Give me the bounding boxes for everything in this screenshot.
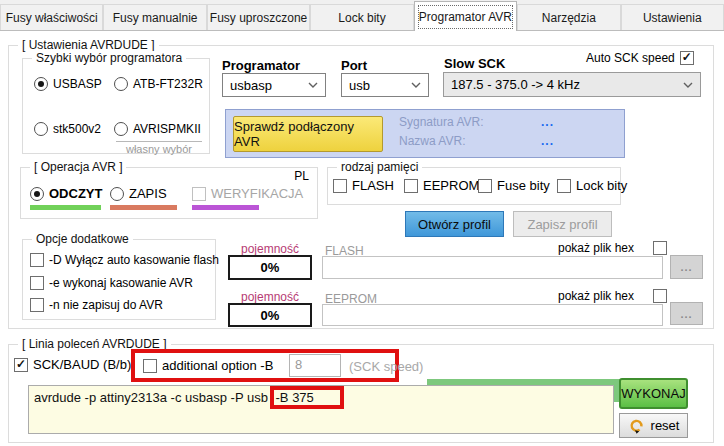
checkbox-label: EEPROM xyxy=(423,178,479,193)
checkbox-no-write[interactable]: -n nie zapisuj do AVR xyxy=(30,298,163,312)
checkbox-lock-bity[interactable]: Lock bity xyxy=(557,178,627,193)
tab-fusy-uproszczone[interactable]: Fusy uproszczone xyxy=(207,4,310,30)
programmer-label: Programator xyxy=(222,58,300,73)
checkbox-label: -n nie zapisuj do AVR xyxy=(49,298,163,312)
sck-speed-hint: (SCK speed) xyxy=(349,359,423,374)
flash-file-input[interactable] xyxy=(322,256,663,279)
radio-zapis[interactable]: ZAPIS xyxy=(110,186,167,201)
execute-button[interactable]: WYKONAJ xyxy=(619,378,688,409)
programmer-value: usbasp xyxy=(230,78,272,93)
checkbox-label: additional option -B xyxy=(162,358,273,373)
radio-avrispmkii[interactable]: AVRISPMKII xyxy=(114,122,201,136)
radio-label: ATB-FT232R xyxy=(133,77,203,91)
signature-label: Sygnatura AVR: xyxy=(399,115,484,129)
checkbox-box xyxy=(653,241,667,255)
checkbox-box xyxy=(478,179,492,193)
checkbox-box xyxy=(143,359,157,373)
checkbox-sck-baud[interactable]: SCK/BAUD (B/b) xyxy=(14,357,131,372)
radio-odczyt[interactable]: ODCZYT xyxy=(30,186,102,201)
checkbox-label: Auto SCK speed xyxy=(586,51,675,65)
browse-eeprom-button[interactable]: ... xyxy=(670,302,703,325)
checkbox-label: Fuse bity xyxy=(497,178,550,193)
checkbox-box xyxy=(404,179,418,193)
command-highlighted-option: -B 375 xyxy=(270,386,344,409)
radio-label: ZAPIS xyxy=(129,186,167,201)
app-window: Fusy właściwości Fusy manualnie Fusy upr… xyxy=(0,0,724,446)
open-profile-button[interactable]: Otwórz profil xyxy=(405,211,504,237)
sck-speed-input[interactable]: 8 xyxy=(289,354,341,377)
radio-usbasp[interactable]: USBASP xyxy=(34,77,102,91)
checkbox-erase-avr[interactable]: -e wykonaj kasowanie AVR xyxy=(30,276,193,290)
verify-underline xyxy=(192,205,259,210)
checkbox-label: pokaż plik hex xyxy=(558,241,634,255)
checkbox-box xyxy=(192,187,206,201)
eeprom-file-input[interactable] xyxy=(322,304,663,326)
tab-ustawienia[interactable]: Ustawienia xyxy=(621,4,724,30)
checkbox-disable-auto-erase[interactable]: -D Wyłącz auto kasowanie flash xyxy=(30,253,219,267)
radio-dot xyxy=(34,122,48,136)
chevron-down-icon xyxy=(411,82,421,88)
checkbox-box xyxy=(680,51,694,65)
port-value: usb xyxy=(349,78,370,93)
reset-label: reset xyxy=(651,418,680,433)
save-profile-button[interactable]: Zapisz profil xyxy=(513,211,612,237)
radio-label: ODCZYT xyxy=(49,186,102,201)
checkbox-box xyxy=(333,179,347,193)
radio-dot xyxy=(114,122,128,136)
programmer-select[interactable]: usbasp xyxy=(222,73,326,97)
checkbox-fuse-bity[interactable]: Fuse bity xyxy=(478,178,550,193)
group-quick-select: Szybki wybór programatora xyxy=(22,58,210,154)
flash-capacity-label: pojemność xyxy=(228,242,312,256)
group-title: Szybki wybór programatora xyxy=(32,51,186,65)
checkbox-show-hex-flash[interactable]: pokaż plik hex xyxy=(558,241,667,255)
checkbox-box xyxy=(557,179,571,193)
checkbox-additional-option-b[interactable]: additional option -B xyxy=(143,358,273,373)
checkbox-label: Lock bity xyxy=(576,178,627,193)
avr-info-panel: Sprawdź podłączony AVR Sygnatura AVR: ..… xyxy=(225,109,625,158)
command-text: avrdude -p attiny2313a -c usbasp -P usb xyxy=(34,390,272,405)
checkbox-label: WERYFIKACJA xyxy=(211,186,303,201)
tab-programator-avr[interactable]: Programator AVR xyxy=(414,1,517,31)
tab-fusy-wlasciwosci[interactable]: Fusy właściwości xyxy=(0,4,103,30)
radio-stk500v2[interactable]: stk500v2 xyxy=(34,122,101,136)
command-line-output[interactable]: avrdude -p attiny2313a -c usbasp -P usb … xyxy=(28,385,614,434)
tab-narzedzia[interactable]: Narzędzia xyxy=(517,4,620,30)
eeprom-capacity-progress: 0% xyxy=(228,303,312,327)
checkbox-label: -e wykonaj kasowanie AVR xyxy=(49,276,193,290)
checkbox-auto-sck-speed[interactable]: Auto SCK speed xyxy=(586,51,694,65)
checkbox-box xyxy=(30,253,44,267)
checkbox-box xyxy=(30,276,44,290)
flash-capacity-progress: 0% xyxy=(228,255,312,280)
radio-atb-ft232r[interactable]: ATB-FT232R xyxy=(114,77,203,91)
tab-lock-bity[interactable]: Lock bity xyxy=(310,4,413,30)
radio-label: USBASP xyxy=(53,77,102,91)
checkbox-weryfikacja[interactable]: WERYFIKACJA xyxy=(192,186,303,201)
reset-icon xyxy=(628,418,645,434)
read-underline xyxy=(30,205,101,210)
browse-flash-button[interactable]: ... xyxy=(670,255,703,279)
radio-dot xyxy=(114,77,128,91)
tab-fusy-manualnie[interactable]: Fusy manualnie xyxy=(103,4,206,30)
group-title: [ Operacja AVR ] xyxy=(30,160,126,174)
checkbox-label: pokaż plik hex xyxy=(558,289,634,303)
radio-dot xyxy=(110,187,124,201)
checkbox-box xyxy=(653,289,667,303)
slow-sck-select[interactable]: 187.5 - 375.0 -> 4 kHz xyxy=(443,72,701,97)
group-title: rodzaj pamięci xyxy=(337,160,422,174)
check-avr-button[interactable]: Sprawdź podłączony AVR xyxy=(233,116,383,152)
checkbox-show-hex-eeprom[interactable]: pokaż plik hex xyxy=(558,289,667,303)
port-select[interactable]: usb xyxy=(341,73,429,97)
group-title: [ Ustawienia AVRDUDE ] xyxy=(18,38,159,52)
eeprom-capacity-label: pojemność xyxy=(228,290,312,304)
slow-sck-label: Slow SCK xyxy=(444,56,505,71)
checkbox-label: -D Wyłącz auto kasowanie flash xyxy=(49,253,219,267)
radio-label: AVRISPMKII xyxy=(133,122,201,136)
checkbox-box xyxy=(30,298,44,312)
tab-bar: Fusy właściwości Fusy manualnie Fusy upr… xyxy=(0,0,724,30)
reset-button[interactable]: reset xyxy=(619,413,688,438)
checkbox-flash[interactable]: FLASH xyxy=(333,178,394,193)
checkbox-eeprom[interactable]: EEPROM xyxy=(404,178,479,193)
radio-dot xyxy=(34,77,48,91)
checkbox-box xyxy=(14,358,28,372)
slow-sck-value: 187.5 - 375.0 -> 4 kHz xyxy=(451,77,580,92)
